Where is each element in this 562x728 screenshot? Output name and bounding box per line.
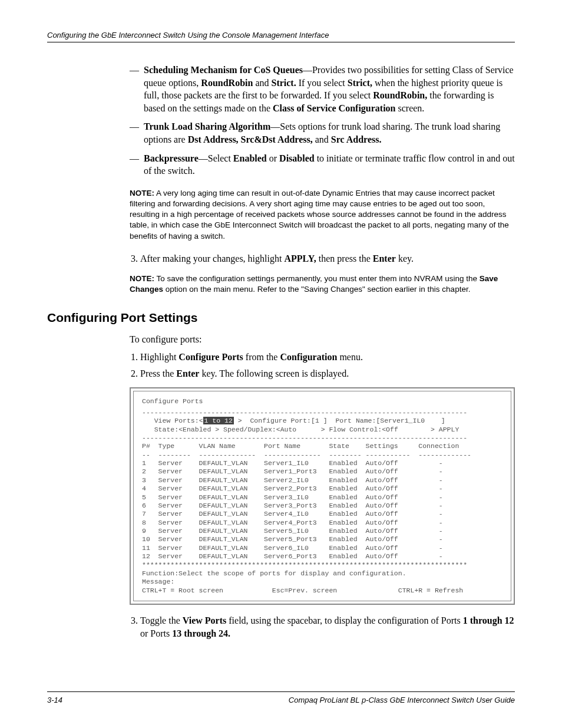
table-row: 6 Server DEFAULT_VLAN Server3_Port3 Enab… bbox=[142, 502, 443, 509]
term-view-ports: View Ports bbox=[183, 615, 227, 625]
term-enter: Enter bbox=[176, 368, 199, 378]
table-row: 9 Server DEFAULT_VLAN Server5_IL0 Enable… bbox=[142, 527, 443, 535]
text: from the bbox=[243, 352, 280, 362]
table-row: 8 Server DEFAULT_VLAN Server4_Port3 Enab… bbox=[142, 519, 443, 526]
table-row: 12 Server DEFAULT_VLAN Server6_Port3 Ena… bbox=[142, 552, 443, 560]
note-label: NOTE: bbox=[130, 189, 154, 197]
text: Press the bbox=[140, 368, 176, 378]
text: Toggle the bbox=[140, 615, 183, 625]
text: or Ports bbox=[140, 628, 172, 638]
table-row: 5 Server DEFAULT_VLAN Server3_IL0 Enable… bbox=[142, 493, 443, 501]
term-strict2: Strict, bbox=[348, 78, 372, 88]
note-text: option on the main menu. Refer to the "S… bbox=[163, 285, 470, 294]
doc-title: Compaq ProLiant BL p-Class GbE Interconn… bbox=[289, 696, 515, 704]
text: screen. bbox=[396, 103, 425, 113]
text: —Select bbox=[199, 153, 233, 163]
term-scheduling: Scheduling Mechanism for CoS Queues bbox=[144, 65, 303, 75]
bullet-scheduling: Scheduling Mechanism for CoS Queues—Prov… bbox=[130, 64, 515, 114]
note-aging: NOTE: A very long aging time can result … bbox=[130, 188, 515, 242]
text: Highlight bbox=[140, 352, 178, 362]
step-list-continued: After making your changes, highlight APP… bbox=[140, 252, 515, 265]
term-roundrobin: RoundRobin bbox=[201, 78, 253, 88]
terminal-title: Configure Ports bbox=[142, 397, 503, 406]
term-roundrobin2: RoundRobin, bbox=[373, 90, 427, 100]
text: After making your changes, highlight bbox=[140, 253, 284, 263]
step-1-highlight: Highlight Configure Ports from the Confi… bbox=[140, 351, 515, 364]
message-line: Message: bbox=[142, 578, 174, 585]
heading-configuring-port-settings: Configuring Port Settings bbox=[47, 311, 515, 325]
table-divider: -- -------- -------------- -------------… bbox=[142, 451, 471, 459]
term-enabled: Enabled bbox=[233, 153, 267, 163]
step-2-enter: Press the Enter key. The following scree… bbox=[140, 367, 515, 380]
intro-text: To configure ports: bbox=[130, 334, 515, 345]
port-steps-continued: Toggle the View Ports field, using the s… bbox=[140, 614, 515, 641]
table-row: 7 Server DEFAULT_VLAN Server4_IL0 Enable… bbox=[142, 510, 443, 518]
terminal-screenshot: Configure Ports-------------------------… bbox=[130, 387, 515, 605]
note-label: NOTE: bbox=[130, 274, 154, 283]
term-configure-ports: Configure Ports bbox=[178, 352, 243, 362]
text: key. The following screen is displayed. bbox=[199, 368, 349, 378]
text: menu. bbox=[337, 352, 363, 362]
step-3-apply: After making your changes, highlight APP… bbox=[140, 252, 515, 265]
page-footer: 3-14 Compaq ProLiant BL p-Class GbE Inte… bbox=[47, 691, 515, 704]
view-ports-label: View Ports: bbox=[154, 417, 199, 424]
star-line: ****************************************… bbox=[142, 561, 467, 569]
dash-bullet-list: Scheduling Mechanism for CoS Queues—Prov… bbox=[130, 64, 515, 177]
bullet-trunk: Trunk Load Sharing Algorithm—Sets option… bbox=[130, 120, 515, 146]
term-trunk-opts2: Src Address. bbox=[331, 134, 382, 144]
table-header: P# Type VLAN Name Port Name State Settin… bbox=[142, 442, 459, 450]
table-row: 2 Server DEFAULT_VLAN Server1_Port3 Enab… bbox=[142, 467, 443, 475]
note-save-changes: NOTE: To save the configuration settings… bbox=[130, 274, 515, 295]
term-cos-config: Class of Service Configuration bbox=[273, 103, 395, 113]
step-3-toggle: Toggle the View Ports field, using the s… bbox=[140, 614, 515, 641]
note-text: To save the configuration settings perma… bbox=[154, 274, 480, 283]
term-trunk-opts1: Dst Address, Src&Dst Address, bbox=[188, 134, 313, 144]
function-line: Function:Select the scope of ports for d… bbox=[142, 569, 406, 577]
text: and bbox=[253, 78, 271, 88]
term-trunk-algo: Trunk Load Sharing Algorithm bbox=[144, 121, 270, 131]
term-enter: Enter bbox=[373, 253, 396, 263]
footer-line: CTRL+T = Root screen Esc=Prev. screen CT… bbox=[142, 587, 463, 594]
terminal-content: Configure Ports-------------------------… bbox=[133, 391, 511, 601]
apply-label: APPLY bbox=[439, 426, 459, 433]
text: then press the bbox=[316, 253, 373, 263]
table-row: 4 Server DEFAULT_VLAN Server2_Port3 Enab… bbox=[142, 485, 443, 492]
table-row: 1 Server DEFAULT_VLAN Server1_IL0 Enable… bbox=[142, 459, 443, 467]
term-apply: APPLY, bbox=[284, 253, 316, 263]
table-row: 3 Server DEFAULT_VLAN Server2_IL0 Enable… bbox=[142, 476, 443, 484]
text: key. bbox=[396, 253, 414, 263]
term-strict: Strict. bbox=[271, 78, 296, 88]
page-number: 3-14 bbox=[47, 696, 62, 704]
text: and bbox=[313, 134, 331, 144]
port-steps: Highlight Configure Ports from the Confi… bbox=[140, 351, 515, 381]
text: If you select bbox=[296, 78, 348, 88]
view-ports-value: 1 to 12 bbox=[203, 417, 234, 424]
state-line: State:<Enabled > Speed/Duplex:<Auto > Fl… bbox=[154, 426, 439, 433]
running-header: Configuring the GbE Interconnect Switch … bbox=[47, 31, 515, 42]
term-disabled: Disabled bbox=[279, 153, 315, 163]
bullet-backpressure: Backpressure—Select Enabled or Disabled … bbox=[130, 152, 515, 177]
configure-port-line: Configure Port:[1 ] Port Name:[Server1_I… bbox=[250, 417, 445, 424]
term-configuration-menu: Configuration bbox=[280, 352, 337, 362]
text: or bbox=[267, 153, 279, 163]
note-text: A very long aging time can result in out… bbox=[130, 189, 509, 241]
term-1-12: 1 through 12 bbox=[463, 615, 514, 625]
term-13-24: 13 through 24. bbox=[172, 628, 230, 638]
text: field, using the spacebar, to display th… bbox=[226, 615, 463, 625]
table-row: 11 Server DEFAULT_VLAN Server6_IL0 Enabl… bbox=[142, 544, 443, 552]
table-row: 10 Server DEFAULT_VLAN Server5_Port3 Ena… bbox=[142, 535, 443, 543]
term-backpressure: Backpressure bbox=[144, 153, 199, 163]
